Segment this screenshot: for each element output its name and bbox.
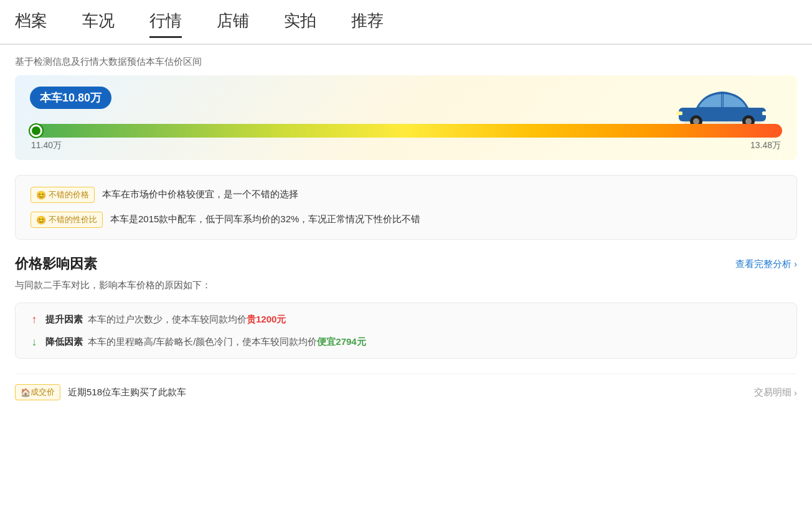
nav-item-dangan[interactable]: 档案 — [15, 10, 47, 34]
card-text-value: 本车是2015款中配车，低于同车系均价的32%，车况正常情况下性价比不错 — [110, 212, 420, 227]
transaction-chevron-icon: › — [794, 387, 797, 398]
arrow-down-icon: ↓ — [28, 336, 40, 348]
card-row-value: 😊 不错的性价比 本车是2015款中配车，低于同车系均价的32%，车况正常情况下… — [31, 212, 781, 228]
factor-down-price: 便宜2794元 — [317, 336, 366, 348]
factors-header: 价格影响因素 查看完整分析 › — [15, 255, 797, 273]
factor-up-desc: 本车的过户次数少，使本车较同款均价 — [88, 314, 247, 326]
card-badge-price: 😊 不错的价格 — [31, 187, 95, 203]
nav-item-tuijian[interactable]: 推荐 — [351, 10, 384, 34]
factors-link[interactable]: 查看完整分析 › — [735, 258, 797, 270]
bar-indicator — [30, 125, 42, 137]
factors-list: ↑ 提升因素 本车的过户次数少，使本车较同款均价 贵1200元 ↓ 降低因素 本… — [15, 303, 797, 359]
factor-up-price: 贵1200元 — [247, 314, 286, 326]
bar-max-label: 13.48万 — [750, 140, 781, 151]
nav-item-dianpu[interactable]: 店铺 — [217, 10, 249, 34]
badge-label-value: 不错的性价比 — [49, 214, 97, 225]
badge-emoji-price: 😊 — [36, 190, 46, 200]
price-gradient-bar — [30, 124, 782, 138]
svg-rect-8 — [676, 111, 682, 115]
trans-badge-label: 成交价 — [31, 387, 55, 398]
price-cards-section: 😊 不错的价格 本车在市场价中价格较便宜，是一个不错的选择 😊 不错的性价比 本… — [15, 175, 797, 240]
factor-row-up: ↑ 提升因素 本车的过户次数少，使本车较同款均价 贵1200元 — [28, 313, 784, 326]
factors-section: 价格影响因素 查看完整分析 › 与同款二手车对比，影响本车价格的原因如下： ↑ … — [15, 255, 797, 405]
bar-min-label: 11.40万 — [31, 140, 62, 151]
transaction-left: 🏠 成交价 近期518位车主购买了此款车 — [15, 384, 186, 400]
arrow-up-icon: ↑ — [28, 313, 40, 326]
factors-link-label: 查看完整分析 — [735, 258, 791, 270]
nav-bar: 档案 车况 行情 店铺 实拍 推荐 — [0, 0, 812, 45]
nav-item-chekuang[interactable]: 车况 — [82, 10, 115, 34]
transaction-text: 近期518位车主购买了此款车 — [68, 387, 186, 398]
chevron-right-icon: › — [794, 259, 797, 269]
bar-labels: 11.40万 13.48万 — [30, 140, 782, 151]
card-text-price: 本车在市场价中价格较便宜，是一个不错的选择 — [102, 187, 298, 202]
price-banner: 本车10.80万 — [15, 75, 797, 160]
card-badge-value: 😊 不错的性价比 — [31, 212, 103, 228]
svg-rect-7 — [762, 111, 768, 115]
nav-item-hangqing[interactable]: 行情 — [149, 10, 182, 34]
nav-item-shipai[interactable]: 实拍 — [284, 10, 316, 34]
transaction-link-label: 交易明细 — [754, 387, 791, 398]
transaction-badge: 🏠 成交价 — [15, 384, 60, 400]
price-gradient-bar-wrap: 11.40万 13.48万 — [30, 124, 782, 151]
badge-label-price: 不错的价格 — [49, 189, 89, 200]
factor-down-desc: 本车的里程略高/车龄略长/颜色冷门，使本车较同款均价 — [88, 336, 317, 348]
transaction-row: 🏠 成交价 近期518位车主购买了此款车 交易明细 › — [15, 374, 797, 405]
car-price-label: 本车10.80万 — [30, 87, 111, 109]
trans-badge-emoji: 🏠 — [21, 388, 31, 397]
transaction-link[interactable]: 交易明细 › — [754, 387, 797, 398]
factor-up-label: 提升因素 — [45, 314, 83, 326]
main-content: 基于检测信息及行情大数据预估本车估价区间 本车10.80万 — [0, 45, 812, 405]
price-subtitle: 基于检测信息及行情大数据预估本车估价区间 — [15, 45, 797, 75]
badge-emoji-value: 😊 — [36, 215, 46, 225]
factor-down-label: 降低因素 — [45, 336, 83, 348]
factors-desc: 与同款二手车对比，影响本车价格的原因如下： — [15, 280, 797, 291]
factors-title: 价格影响因素 — [15, 255, 97, 273]
card-row-price: 😊 不错的价格 本车在市场价中价格较便宜，是一个不错的选择 — [31, 187, 781, 203]
factor-row-down: ↓ 降低因素 本车的里程略高/车龄略长/颜色冷门，使本车较同款均价 便宜2794… — [28, 336, 784, 348]
